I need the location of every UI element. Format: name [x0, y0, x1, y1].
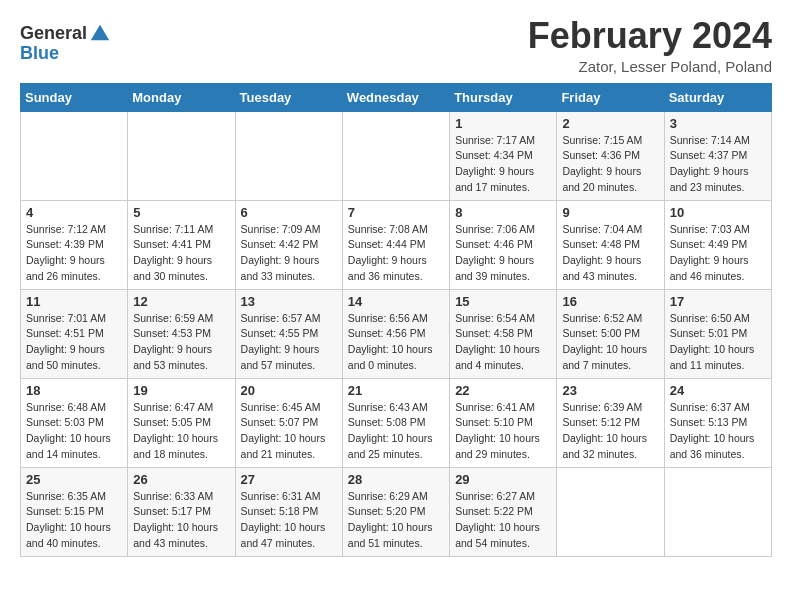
- calendar-week-row: 1Sunrise: 7:17 AM Sunset: 4:34 PM Daylig…: [21, 111, 772, 200]
- day-detail: Sunrise: 6:43 AM Sunset: 5:08 PM Dayligh…: [348, 400, 444, 463]
- calendar-week-row: 4Sunrise: 7:12 AM Sunset: 4:39 PM Daylig…: [21, 200, 772, 289]
- day-detail: Sunrise: 7:04 AM Sunset: 4:48 PM Dayligh…: [562, 222, 658, 285]
- month-title: February 2024: [528, 16, 772, 56]
- day-detail: Sunrise: 6:59 AM Sunset: 4:53 PM Dayligh…: [133, 311, 229, 374]
- day-detail: Sunrise: 6:50 AM Sunset: 5:01 PM Dayligh…: [670, 311, 766, 374]
- day-detail: Sunrise: 7:14 AM Sunset: 4:37 PM Dayligh…: [670, 133, 766, 196]
- calendar-cell: 3Sunrise: 7:14 AM Sunset: 4:37 PM Daylig…: [664, 111, 771, 200]
- day-header-monday: Monday: [128, 83, 235, 111]
- calendar-cell: [342, 111, 449, 200]
- calendar-table: SundayMondayTuesdayWednesdayThursdayFrid…: [20, 83, 772, 557]
- day-header-friday: Friday: [557, 83, 664, 111]
- day-header-wednesday: Wednesday: [342, 83, 449, 111]
- day-detail: Sunrise: 6:33 AM Sunset: 5:17 PM Dayligh…: [133, 489, 229, 552]
- day-detail: Sunrise: 7:09 AM Sunset: 4:42 PM Dayligh…: [241, 222, 337, 285]
- day-number: 14: [348, 294, 444, 309]
- day-detail: Sunrise: 6:31 AM Sunset: 5:18 PM Dayligh…: [241, 489, 337, 552]
- day-number: 29: [455, 472, 551, 487]
- calendar-cell: 15Sunrise: 6:54 AM Sunset: 4:58 PM Dayli…: [450, 289, 557, 378]
- calendar-cell: 28Sunrise: 6:29 AM Sunset: 5:20 PM Dayli…: [342, 467, 449, 556]
- calendar-cell: 11Sunrise: 7:01 AM Sunset: 4:51 PM Dayli…: [21, 289, 128, 378]
- calendar-cell: [664, 467, 771, 556]
- calendar-cell: 2Sunrise: 7:15 AM Sunset: 4:36 PM Daylig…: [557, 111, 664, 200]
- calendar-cell: 14Sunrise: 6:56 AM Sunset: 4:56 PM Dayli…: [342, 289, 449, 378]
- day-number: 13: [241, 294, 337, 309]
- day-detail: Sunrise: 6:37 AM Sunset: 5:13 PM Dayligh…: [670, 400, 766, 463]
- day-detail: Sunrise: 6:41 AM Sunset: 5:10 PM Dayligh…: [455, 400, 551, 463]
- day-header-saturday: Saturday: [664, 83, 771, 111]
- logo: General Blue: [20, 22, 111, 62]
- calendar-cell: 17Sunrise: 6:50 AM Sunset: 5:01 PM Dayli…: [664, 289, 771, 378]
- day-number: 20: [241, 383, 337, 398]
- day-detail: Sunrise: 7:01 AM Sunset: 4:51 PM Dayligh…: [26, 311, 122, 374]
- day-number: 7: [348, 205, 444, 220]
- logo-icon: [89, 22, 111, 44]
- day-number: 16: [562, 294, 658, 309]
- day-number: 24: [670, 383, 766, 398]
- calendar-cell: 24Sunrise: 6:37 AM Sunset: 5:13 PM Dayli…: [664, 378, 771, 467]
- calendar-cell: 9Sunrise: 7:04 AM Sunset: 4:48 PM Daylig…: [557, 200, 664, 289]
- day-detail: Sunrise: 7:17 AM Sunset: 4:34 PM Dayligh…: [455, 133, 551, 196]
- calendar-week-row: 18Sunrise: 6:48 AM Sunset: 5:03 PM Dayli…: [21, 378, 772, 467]
- day-detail: Sunrise: 6:47 AM Sunset: 5:05 PM Dayligh…: [133, 400, 229, 463]
- calendar-cell: 16Sunrise: 6:52 AM Sunset: 5:00 PM Dayli…: [557, 289, 664, 378]
- calendar-cell: 25Sunrise: 6:35 AM Sunset: 5:15 PM Dayli…: [21, 467, 128, 556]
- day-number: 18: [26, 383, 122, 398]
- day-number: 11: [26, 294, 122, 309]
- calendar-cell: 26Sunrise: 6:33 AM Sunset: 5:17 PM Dayli…: [128, 467, 235, 556]
- calendar-cell: 18Sunrise: 6:48 AM Sunset: 5:03 PM Dayli…: [21, 378, 128, 467]
- day-number: 10: [670, 205, 766, 220]
- calendar-cell: 4Sunrise: 7:12 AM Sunset: 4:39 PM Daylig…: [21, 200, 128, 289]
- day-detail: Sunrise: 6:29 AM Sunset: 5:20 PM Dayligh…: [348, 489, 444, 552]
- calendar-cell: 8Sunrise: 7:06 AM Sunset: 4:46 PM Daylig…: [450, 200, 557, 289]
- day-detail: Sunrise: 6:54 AM Sunset: 4:58 PM Dayligh…: [455, 311, 551, 374]
- calendar-cell: 19Sunrise: 6:47 AM Sunset: 5:05 PM Dayli…: [128, 378, 235, 467]
- day-number: 9: [562, 205, 658, 220]
- calendar-cell: [235, 111, 342, 200]
- day-number: 22: [455, 383, 551, 398]
- calendar-cell: [128, 111, 235, 200]
- day-number: 4: [26, 205, 122, 220]
- calendar-body: 1Sunrise: 7:17 AM Sunset: 4:34 PM Daylig…: [21, 111, 772, 556]
- calendar-cell: 6Sunrise: 7:09 AM Sunset: 4:42 PM Daylig…: [235, 200, 342, 289]
- day-detail: Sunrise: 6:35 AM Sunset: 5:15 PM Dayligh…: [26, 489, 122, 552]
- day-header-thursday: Thursday: [450, 83, 557, 111]
- day-number: 19: [133, 383, 229, 398]
- day-detail: Sunrise: 7:15 AM Sunset: 4:36 PM Dayligh…: [562, 133, 658, 196]
- calendar-cell: 22Sunrise: 6:41 AM Sunset: 5:10 PM Dayli…: [450, 378, 557, 467]
- calendar-cell: 1Sunrise: 7:17 AM Sunset: 4:34 PM Daylig…: [450, 111, 557, 200]
- calendar-cell: 10Sunrise: 7:03 AM Sunset: 4:49 PM Dayli…: [664, 200, 771, 289]
- day-detail: Sunrise: 7:03 AM Sunset: 4:49 PM Dayligh…: [670, 222, 766, 285]
- day-detail: Sunrise: 7:06 AM Sunset: 4:46 PM Dayligh…: [455, 222, 551, 285]
- day-number: 26: [133, 472, 229, 487]
- day-number: 2: [562, 116, 658, 131]
- calendar-header-row: SundayMondayTuesdayWednesdayThursdayFrid…: [21, 83, 772, 111]
- day-detail: Sunrise: 6:48 AM Sunset: 5:03 PM Dayligh…: [26, 400, 122, 463]
- day-number: 25: [26, 472, 122, 487]
- day-header-tuesday: Tuesday: [235, 83, 342, 111]
- day-number: 27: [241, 472, 337, 487]
- calendar-week-row: 25Sunrise: 6:35 AM Sunset: 5:15 PM Dayli…: [21, 467, 772, 556]
- header: General Blue February 2024 Zator, Lesser…: [20, 16, 772, 75]
- calendar-cell: [21, 111, 128, 200]
- day-number: 6: [241, 205, 337, 220]
- day-detail: Sunrise: 6:56 AM Sunset: 4:56 PM Dayligh…: [348, 311, 444, 374]
- day-detail: Sunrise: 7:11 AM Sunset: 4:41 PM Dayligh…: [133, 222, 229, 285]
- title-area: February 2024 Zator, Lesser Poland, Pola…: [528, 16, 772, 75]
- day-number: 23: [562, 383, 658, 398]
- day-detail: Sunrise: 6:57 AM Sunset: 4:55 PM Dayligh…: [241, 311, 337, 374]
- logo-blue: Blue: [20, 44, 111, 62]
- day-number: 12: [133, 294, 229, 309]
- day-number: 5: [133, 205, 229, 220]
- day-number: 21: [348, 383, 444, 398]
- calendar-week-row: 11Sunrise: 7:01 AM Sunset: 4:51 PM Dayli…: [21, 289, 772, 378]
- day-number: 28: [348, 472, 444, 487]
- location: Zator, Lesser Poland, Poland: [528, 58, 772, 75]
- day-number: 8: [455, 205, 551, 220]
- day-detail: Sunrise: 6:27 AM Sunset: 5:22 PM Dayligh…: [455, 489, 551, 552]
- logo-general: General: [20, 24, 87, 42]
- day-detail: Sunrise: 7:08 AM Sunset: 4:44 PM Dayligh…: [348, 222, 444, 285]
- calendar-cell: 13Sunrise: 6:57 AM Sunset: 4:55 PM Dayli…: [235, 289, 342, 378]
- calendar-cell: 23Sunrise: 6:39 AM Sunset: 5:12 PM Dayli…: [557, 378, 664, 467]
- calendar-cell: [557, 467, 664, 556]
